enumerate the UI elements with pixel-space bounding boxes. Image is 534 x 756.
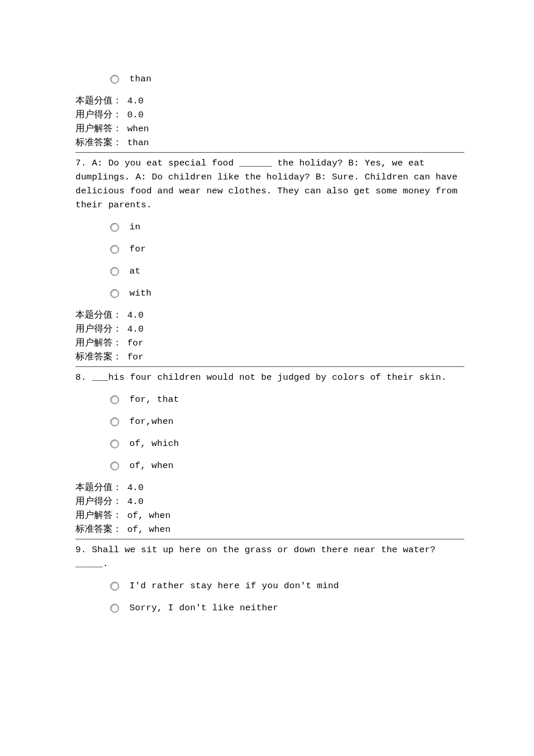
meta-label: 用户解答：	[75, 338, 122, 348]
radio-icon[interactable]	[110, 223, 119, 232]
option-text: at	[129, 264, 140, 278]
meta-user-score: 用户得分： 0.0	[75, 108, 464, 122]
radio-icon[interactable]	[110, 440, 119, 448]
option-row[interactable]: for, that	[110, 393, 464, 406]
question-number: 8.	[75, 372, 86, 383]
meta-user-answer: 用户解答： for	[75, 336, 464, 350]
meta-label: 本题分值：	[75, 483, 122, 493]
meta-label: 标准答案：	[75, 352, 122, 362]
question-body: ___his four children would not be judged…	[92, 372, 446, 383]
meta-value: of, when	[127, 510, 170, 521]
meta-score: 本题分值： 4.0	[75, 481, 464, 495]
meta-user-score: 用户得分： 4.0	[75, 322, 464, 336]
option-row[interactable]: I'd rather stay here if you don't mind	[110, 579, 464, 593]
question-number: 9.	[75, 545, 86, 555]
question-body: Shall we sit up here on the grass or dow…	[75, 545, 436, 569]
question-number: 7.	[75, 158, 86, 168]
question-meta: 本题分值： 4.0 用户得分： 4.0 用户解答： for 标准答案： for	[75, 308, 464, 364]
question-8-block: 8. ___his four children would not be jud…	[75, 370, 464, 537]
meta-correct: 标准答案： of, when	[75, 523, 464, 537]
meta-score: 本题分值： 4.0	[75, 308, 464, 322]
meta-value: for	[127, 338, 143, 348]
meta-score: 本题分值： 4.0	[75, 94, 464, 108]
question-body: A: Do you eat special food ______ the ho…	[75, 158, 457, 210]
divider	[75, 152, 464, 153]
meta-value: of, when	[127, 524, 170, 535]
meta-user-answer: 用户解答： when	[75, 122, 464, 136]
option-row[interactable]: of, which	[110, 437, 464, 451]
meta-label: 标准答案：	[75, 138, 122, 148]
meta-value: 4.0	[127, 483, 143, 493]
question-9-block: 9. Shall we sit up here on the grass or …	[75, 543, 464, 615]
option-row[interactable]: at	[110, 264, 464, 278]
meta-label: 用户解答：	[75, 510, 122, 521]
meta-value: 4.0	[127, 496, 143, 507]
option-text: for, that	[129, 393, 179, 406]
option-text: Sorry, I don't like neither	[129, 601, 279, 615]
radio-icon[interactable]	[110, 462, 119, 470]
meta-label: 本题分值：	[75, 96, 122, 106]
option-row[interactable]: for	[110, 242, 464, 256]
option-text: than	[129, 72, 151, 86]
meta-value: than	[127, 138, 149, 148]
question-6-block: than 本题分值： 4.0 用户得分： 0.0 用户解答： when 标准答案…	[75, 72, 464, 150]
option-row[interactable]: for,when	[110, 415, 464, 429]
radio-icon[interactable]	[110, 245, 119, 254]
meta-label: 用户得分：	[75, 324, 122, 334]
option-text: with	[129, 286, 151, 300]
option-text: of, which	[129, 437, 179, 451]
option-row[interactable]: of, when	[110, 459, 464, 473]
meta-label: 标准答案：	[75, 524, 122, 535]
option-row[interactable]: with	[110, 286, 464, 300]
radio-icon[interactable]	[110, 582, 119, 591]
question-7-block: 7. A: Do you eat special food ______ the…	[75, 156, 464, 364]
option-text: for	[129, 242, 146, 256]
question-meta: 本题分值： 4.0 用户得分： 4.0 用户解答： of, when 标准答案：…	[75, 481, 464, 537]
option-row[interactable]: than	[110, 72, 464, 86]
question-text: 7. A: Do you eat special food ______ the…	[75, 156, 464, 212]
radio-icon[interactable]	[110, 75, 119, 84]
meta-correct: 标准答案： than	[75, 136, 464, 150]
meta-value: 4.0	[127, 310, 143, 321]
meta-user-answer: 用户解答： of, when	[75, 509, 464, 523]
option-row[interactable]: Sorry, I don't like neither	[110, 601, 464, 615]
option-text: I'd rather stay here if you don't mind	[129, 579, 339, 593]
radio-icon[interactable]	[110, 604, 119, 613]
meta-value: when	[127, 124, 149, 134]
meta-label: 用户得分：	[75, 110, 122, 120]
radio-icon[interactable]	[110, 267, 119, 276]
meta-user-score: 用户得分： 4.0	[75, 495, 464, 509]
radio-icon[interactable]	[110, 417, 119, 426]
meta-value: 4.0	[127, 96, 143, 106]
divider	[75, 539, 464, 539]
option-text: of, when	[129, 459, 174, 473]
meta-label: 用户得分：	[75, 496, 122, 507]
option-row[interactable]: in	[110, 220, 464, 234]
option-text: in	[129, 220, 140, 234]
meta-label: 用户解答：	[75, 124, 122, 134]
meta-value: for	[127, 352, 143, 362]
radio-icon[interactable]	[110, 395, 119, 404]
meta-value: 0.0	[127, 110, 143, 120]
meta-correct: 标准答案： for	[75, 350, 464, 364]
option-text: for,when	[129, 415, 174, 429]
question-text: 9. Shall we sit up here on the grass or …	[75, 543, 464, 571]
document-page: than 本题分值： 4.0 用户得分： 0.0 用户解答： when 标准答案…	[0, 0, 534, 658]
divider	[75, 366, 464, 367]
meta-value: 4.0	[127, 324, 143, 334]
radio-icon[interactable]	[110, 289, 119, 298]
question-meta: 本题分值： 4.0 用户得分： 0.0 用户解答： when 标准答案： tha…	[75, 94, 464, 150]
question-text: 8. ___his four children would not be jud…	[75, 370, 464, 384]
meta-label: 本题分值：	[75, 310, 122, 321]
